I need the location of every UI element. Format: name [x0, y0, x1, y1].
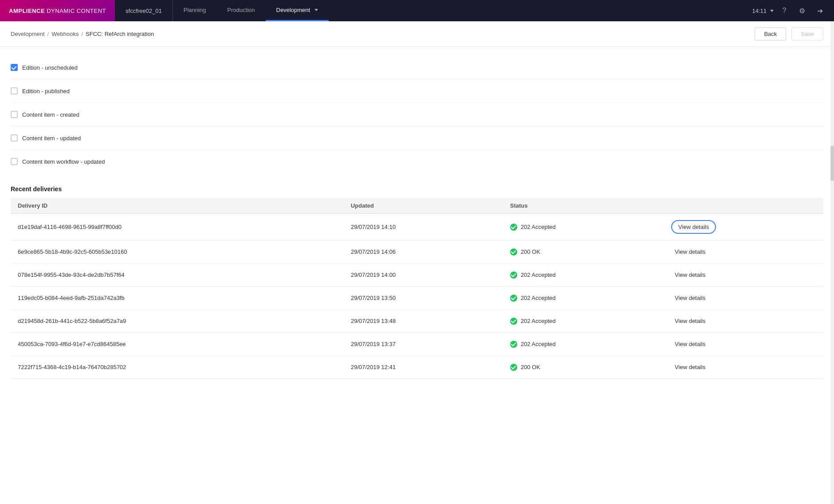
cell-updated: 29/07/2019 12:41 [344, 356, 503, 379]
checkbox-label-edition-unscheduled: Edition - unscheduled [22, 64, 78, 71]
back-button[interactable]: Back [755, 28, 786, 40]
cell-updated: 29/07/2019 13:37 [344, 333, 503, 356]
status-check-icon [510, 341, 517, 348]
status-text: 200 OK [521, 248, 540, 255]
recent-deliveries-title: Recent deliveries [11, 185, 823, 193]
status-text: 200 OK [521, 364, 540, 370]
time-chevron-icon [770, 10, 774, 12]
cell-delivery-id: 6e9ce865-5b18-4b9c-92c5-605b53e10160 [11, 240, 344, 264]
sub-header: Development / Webhooks / SFCC: RefArch i… [0, 21, 834, 47]
status-text: 202 Accepted [521, 318, 556, 324]
checkbox-content-item-created[interactable] [11, 111, 18, 118]
cell-status: 202 Accepted [503, 264, 664, 287]
breadcrumb-current: SFCC: RefArch integration [86, 31, 154, 37]
status-check-icon [510, 295, 517, 302]
nav-time: 14:11 [752, 8, 774, 14]
cell-action: View details [664, 240, 823, 264]
brand-name: AMPLIENCE DYNAMIC CONTENT [9, 8, 106, 14]
cell-delivery-id: 7222f715-4368-4c19-b14a-76470b285702 [11, 356, 344, 379]
status-text: 202 Accepted [521, 341, 556, 347]
checkbox-edition-published[interactable] [11, 87, 18, 94]
col-status: Status [503, 198, 664, 214]
breadcrumb-webhooks[interactable]: Webhooks [51, 31, 79, 37]
table-row: 119edc05-b084-4eed-9afb-251da742a3fb 29/… [11, 287, 823, 310]
col-delivery-id: Delivery ID [11, 198, 344, 214]
status-check-icon [510, 224, 517, 231]
cell-updated: 29/07/2019 13:48 [344, 310, 503, 333]
scrollbar-thumb[interactable] [830, 146, 834, 181]
hub-name: sfccfree02_01 [115, 0, 173, 21]
save-button[interactable]: Save [791, 28, 823, 40]
settings-icon[interactable]: ⚙ [795, 4, 809, 18]
nav-items: Planning Production Development [173, 0, 752, 21]
checkbox-item-content-item-updated: Content item - updated [11, 126, 823, 150]
checkbox-content-item-workflow-updated[interactable] [11, 158, 18, 165]
checkbox-item-edition-published: Edition - published [11, 79, 823, 103]
help-icon[interactable]: ? [777, 4, 791, 18]
nav-item-development[interactable]: Development [266, 0, 329, 21]
view-details-button[interactable]: View details [671, 316, 709, 326]
cell-delivery-id: 450053ca-7093-4f6d-91e7-e7cd864585ee [11, 333, 344, 356]
table-row: d219458d-261b-441c-b522-5b8a6f52a7a9 29/… [11, 310, 823, 333]
cell-status: 202 Accepted [503, 287, 664, 310]
table-row: 7222f715-4368-4c19-b14a-76470b285702 29/… [11, 356, 823, 379]
checkbox-item-content-item-created: Content item - created [11, 103, 823, 126]
cell-updated: 29/07/2019 14:00 [344, 264, 503, 287]
cell-delivery-id: d1e19daf-4116-4698-9615-99a8f7ff00d0 [11, 214, 344, 240]
status-check-icon [510, 318, 517, 325]
table-row: d1e19daf-4116-4698-9615-99a8f7ff00d0 29/… [11, 214, 823, 240]
table-row: 6e9ce865-5b18-4b9c-92c5-605b53e10160 29/… [11, 240, 823, 264]
nav-right-controls: 14:11 ? ⚙ ➔ [752, 4, 834, 18]
cell-delivery-id: d219458d-261b-441c-b522-5b8a6f52a7a9 [11, 310, 344, 333]
cell-delivery-id: 078e154f-9955-43de-93c4-de2db7b57f64 [11, 264, 344, 287]
view-details-button[interactable]: View details [671, 362, 709, 372]
checkbox-label-content-item-created: Content item - created [22, 111, 79, 118]
brand-logo[interactable]: AMPLIENCE DYNAMIC CONTENT [0, 0, 115, 21]
checkbox-label-edition-published: Edition - published [22, 88, 70, 94]
view-details-button[interactable]: View details [671, 247, 709, 257]
status-text: 202 Accepted [521, 295, 556, 301]
deliveries-body: d1e19daf-4116-4698-9615-99a8f7ff00d0 29/… [11, 214, 823, 379]
status-check-icon [510, 364, 517, 371]
nav-item-planning[interactable]: Planning [173, 0, 217, 21]
chevron-down-icon [315, 9, 318, 11]
checkbox-label-content-item-workflow-updated: Content item workflow - updated [22, 158, 105, 165]
checkbox-label-content-item-updated: Content item - updated [22, 135, 81, 142]
cell-status: 202 Accepted [503, 214, 664, 240]
breadcrumb-development[interactable]: Development [11, 31, 45, 37]
cell-updated: 29/07/2019 13:50 [344, 287, 503, 310]
col-action [664, 198, 823, 214]
cell-action: View details [664, 287, 823, 310]
table-row: 078e154f-9955-43de-93c4-de2db7b57f64 29/… [11, 264, 823, 287]
breadcrumb: Development / Webhooks / SFCC: RefArch i… [11, 31, 154, 37]
view-details-button[interactable]: View details [671, 220, 716, 234]
checkbox-item-edition-unscheduled: Edition - unscheduled [11, 56, 823, 79]
checkbox-item-content-item-workflow-updated: Content item workflow - updated [11, 150, 823, 173]
cell-action: View details [664, 310, 823, 333]
deliveries-table: Delivery ID Updated Status d1e19daf-4116… [11, 198, 823, 379]
logout-icon[interactable]: ➔ [813, 4, 827, 18]
top-navigation: AMPLIENCE DYNAMIC CONTENT sfccfree02_01 … [0, 0, 834, 21]
main-content: Edition - unscheduled Edition - publishe… [0, 47, 834, 388]
checkbox-content-item-updated[interactable] [11, 134, 18, 142]
cell-status: 200 OK [503, 356, 664, 379]
status-check-icon [510, 248, 517, 256]
cell-action: View details [664, 214, 823, 240]
cell-status: 200 OK [503, 240, 664, 264]
view-details-button[interactable]: View details [671, 270, 709, 280]
scrollbar-track[interactable] [830, 21, 834, 504]
status-text: 202 Accepted [521, 224, 556, 230]
header-actions: Back Save [755, 28, 823, 40]
view-details-button[interactable]: View details [671, 293, 709, 303]
nav-item-production[interactable]: Production [216, 0, 265, 21]
cell-delivery-id: 119edc05-b084-4eed-9afb-251da742a3fb [11, 287, 344, 310]
cell-action: View details [664, 356, 823, 379]
col-updated: Updated [344, 198, 503, 214]
cell-action: View details [664, 264, 823, 287]
checkbox-edition-unscheduled[interactable] [11, 64, 18, 71]
view-details-button[interactable]: View details [671, 339, 709, 349]
breadcrumb-sep-2: / [81, 31, 83, 37]
status-check-icon [510, 272, 517, 279]
table-header-row: Delivery ID Updated Status [11, 198, 823, 214]
cell-status: 202 Accepted [503, 310, 664, 333]
